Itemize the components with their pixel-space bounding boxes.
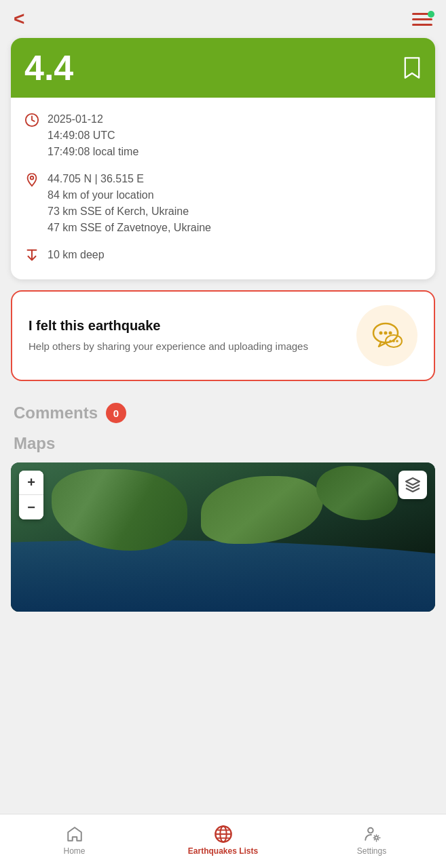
felt-subtitle: Help others by sharing your experience a…: [29, 339, 348, 353]
map-layers-button[interactable]: [398, 471, 427, 499]
felt-icon-wrapper: [356, 305, 417, 366]
location-row: 44.705 N | 36.515 E 84 km of your locati…: [24, 171, 422, 236]
location-text: 44.705 N | 36.515 E 84 km of your locati…: [48, 171, 211, 236]
depth-arrow-icon: [24, 248, 39, 266]
svg-point-10: [396, 340, 398, 342]
menu-line-2: [412, 18, 432, 20]
earthquake-card: 4.4 2025-01-12 14:49:08 UTC 17:49:08 loc…: [11, 38, 435, 279]
settings-nav-label: Settings: [357, 846, 386, 856]
felt-earthquake-card[interactable]: I felt this earthquake Help others by sh…: [11, 290, 435, 381]
menu-button[interactable]: [412, 13, 432, 26]
nav-item-earthquakes-lists[interactable]: Earthquakes Lists: [149, 825, 297, 856]
depth-text: 10 km deep: [48, 247, 105, 263]
maps-section: Maps + −: [0, 434, 446, 612]
felt-text-block: I felt this earthquake Help others by sh…: [29, 318, 348, 353]
map-zoom-controls: + −: [19, 471, 43, 519]
nav-item-home[interactable]: Home: [0, 825, 149, 856]
menu-line-3: [412, 24, 432, 26]
back-button[interactable]: <: [14, 9, 24, 28]
settings-icon: [363, 825, 382, 844]
svg-point-4: [379, 332, 383, 335]
location-pin-icon: [24, 172, 39, 190]
map-land-patch-3: [316, 466, 398, 520]
zoom-out-button[interactable]: −: [19, 495, 43, 519]
globe-icon: [214, 825, 233, 844]
svg-point-5: [384, 332, 388, 335]
comments-section: Comments 0: [0, 397, 446, 434]
depth-row: 10 km deep: [24, 247, 422, 266]
earthquake-details: 2025-01-12 14:49:08 UTC 17:49:08 local t…: [11, 98, 435, 279]
map-background: [11, 462, 435, 612]
earthquakes-lists-nav-label: Earthquakes Lists: [188, 846, 258, 856]
svg-point-1: [31, 176, 34, 180]
nav-item-settings[interactable]: Settings: [297, 825, 446, 856]
notification-dot: [428, 11, 434, 18]
map-land-patch-2: [201, 476, 323, 544]
clock-icon: [24, 113, 39, 130]
comments-title: Comments: [14, 403, 98, 422]
earthquake-header: 4.4: [11, 38, 435, 98]
svg-point-13: [368, 827, 373, 833]
layers-icon: [405, 477, 421, 493]
felt-title: I felt this earthquake: [29, 318, 348, 334]
home-nav-label: Home: [63, 846, 85, 856]
maps-title: Maps: [0, 434, 446, 462]
home-icon: [65, 825, 84, 844]
bookmark-icon[interactable]: [403, 56, 422, 79]
chat-bubble-icon: [368, 317, 406, 355]
svg-point-6: [389, 332, 392, 335]
map-container[interactable]: + −: [11, 462, 435, 612]
bottom-nav: Home Earthquakes Lists Settings: [0, 814, 446, 868]
header: <: [0, 0, 446, 38]
comments-badge: 0: [106, 403, 126, 423]
svg-point-8: [389, 340, 392, 342]
datetime-text: 2025-01-12 14:49:08 UTC 17:49:08 local t…: [48, 111, 138, 160]
datetime-row: 2025-01-12 14:49:08 UTC 17:49:08 local t…: [24, 111, 422, 160]
svg-point-9: [392, 340, 395, 342]
zoom-in-button[interactable]: +: [19, 471, 43, 495]
magnitude-value: 4.4: [24, 50, 73, 85]
